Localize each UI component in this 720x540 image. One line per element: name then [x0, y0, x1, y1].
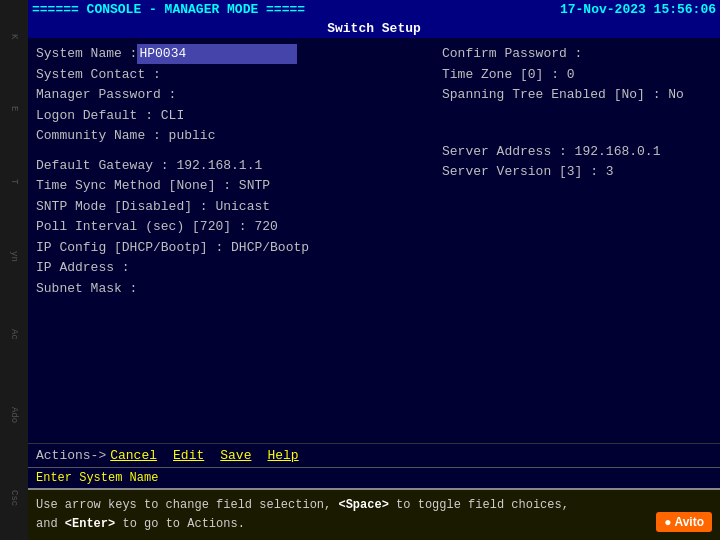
- help-text-2: to toggle field choices,: [389, 498, 569, 512]
- header-bar: ====== CONSOLE - MANAGER MODE ===== 17-N…: [28, 0, 720, 19]
- spacer-r3: [442, 124, 712, 132]
- server-version-label: Server Version [3] : 3: [442, 162, 614, 182]
- time-sync-label: Time Sync Method [None] : SNTP: [36, 176, 270, 196]
- field-manager-password: Manager Password :: [36, 85, 432, 105]
- field-logon-default: Logon Default : CLI: [36, 106, 432, 126]
- help-line1: Use arrow keys to change field selection…: [36, 496, 712, 515]
- help-line2: and <Enter> to go to Actions.: [36, 515, 712, 534]
- header-mode-label: ====== CONSOLE - MANAGER MODE =====: [32, 2, 305, 17]
- ip-address-label: IP Address :: [36, 258, 130, 278]
- help-space-key: <Space>: [338, 498, 388, 512]
- field-time-sync: Time Sync Method [None] : SNTP: [36, 176, 432, 196]
- default-gateway-label: Default Gateway : 192.168.1.1: [36, 156, 262, 176]
- field-time-zone: Time Zone [0] : 0: [442, 65, 712, 85]
- left-fields: System Name : HP0034 System Contact : Ma…: [36, 44, 432, 298]
- help-text-3: to go to Actions.: [115, 517, 245, 531]
- field-sntp-mode: SNTP Mode [Disabled] : Unicast: [36, 197, 432, 217]
- field-server-version: Server Version [3] : 3: [442, 162, 712, 182]
- cancel-button[interactable]: Cancel: [110, 448, 157, 463]
- field-system-contact: System Contact :: [36, 65, 432, 85]
- strip-label-k: K: [9, 34, 19, 39]
- system-name-value[interactable]: HP0034: [137, 44, 297, 64]
- content-area: System Name : HP0034 System Contact : Ma…: [28, 38, 720, 443]
- time-zone-label: Time Zone [0] : 0: [442, 65, 575, 85]
- strip-label-ac: Ac: [9, 329, 19, 340]
- input-prompt-text: Enter System Name: [36, 471, 158, 485]
- field-server-address: Server Address : 192.168.0.1: [442, 142, 712, 162]
- sntp-mode-label: SNTP Mode [Disabled] : Unicast: [36, 197, 270, 217]
- field-subnet-mask: Subnet Mask :: [36, 279, 432, 299]
- field-poll-interval: Poll Interval (sec) [720] : 720: [36, 217, 432, 237]
- community-name-label: Community Name : public: [36, 126, 215, 146]
- strip-label-yn: yn: [9, 251, 19, 262]
- strip-label-e: E: [9, 106, 19, 111]
- ip-config-label: IP Config [DHCP/Bootp] : DHCP/Bootp: [36, 238, 309, 258]
- save-button[interactable]: Save: [220, 448, 251, 463]
- poll-interval-label: Poll Interval (sec) [720] : 720: [36, 217, 278, 237]
- field-ip-config: IP Config [DHCP/Bootp] : DHCP/Bootp: [36, 238, 432, 258]
- logon-default-label: Logon Default : CLI: [36, 106, 184, 126]
- avito-icon: ●: [664, 515, 671, 529]
- help-enter-key: <Enter>: [65, 517, 115, 531]
- header-datetime: 17-Nov-2023 15:56:06: [560, 2, 716, 17]
- help-text-1: Use arrow keys to change field selection…: [36, 498, 338, 512]
- spacer-r4: [442, 133, 712, 141]
- confirm-password-label: Confirm Password :: [442, 44, 582, 64]
- system-contact-label: System Contact :: [36, 65, 161, 85]
- strip-label-csc: Csc: [9, 490, 19, 506]
- spacer-1: [36, 147, 432, 155]
- main-container: ====== CONSOLE - MANAGER MODE ===== 17-N…: [28, 0, 720, 540]
- spanning-tree-label: Spanning Tree Enabled [No] : No: [442, 85, 684, 105]
- avito-watermark: ● Avito: [656, 512, 712, 532]
- subnet-mask-label: Subnet Mask :: [36, 279, 137, 299]
- edit-button[interactable]: Edit: [173, 448, 204, 463]
- subtitle: Switch Setup: [327, 21, 421, 36]
- field-community-name: Community Name : public: [36, 126, 432, 146]
- manager-password-label: Manager Password :: [36, 85, 176, 105]
- fields-section: System Name : HP0034 System Contact : Ma…: [36, 44, 712, 298]
- input-prompt-bar: Enter System Name: [28, 467, 720, 488]
- sub-header: Switch Setup: [28, 19, 720, 38]
- spacer-r1: [442, 106, 712, 114]
- help-area: Use arrow keys to change field selection…: [28, 488, 720, 540]
- server-address-label: Server Address : 192.168.0.1: [442, 142, 660, 162]
- left-strip: K E T yn Ac Ado Csc: [0, 0, 28, 540]
- field-system-name[interactable]: System Name : HP0034: [36, 44, 432, 64]
- actions-prefix: Actions->: [36, 448, 106, 463]
- field-confirm-password: Confirm Password :: [442, 44, 712, 64]
- field-spanning-tree: Spanning Tree Enabled [No] : No: [442, 85, 712, 105]
- field-ip-address: IP Address :: [36, 258, 432, 278]
- right-fields: Confirm Password : Time Zone [0] : 0 Spa…: [432, 44, 712, 298]
- field-default-gateway: Default Gateway : 192.168.1.1: [36, 156, 432, 176]
- strip-label-ado: Ado: [9, 407, 19, 423]
- help-button[interactable]: Help: [267, 448, 298, 463]
- avito-label: Avito: [674, 515, 704, 529]
- strip-label-t: T: [9, 179, 19, 184]
- actions-bar: Actions-> Cancel Edit Save Help: [28, 443, 720, 467]
- help-and: and: [36, 517, 65, 531]
- system-name-label: System Name :: [36, 44, 137, 64]
- spacer-r2: [442, 115, 712, 123]
